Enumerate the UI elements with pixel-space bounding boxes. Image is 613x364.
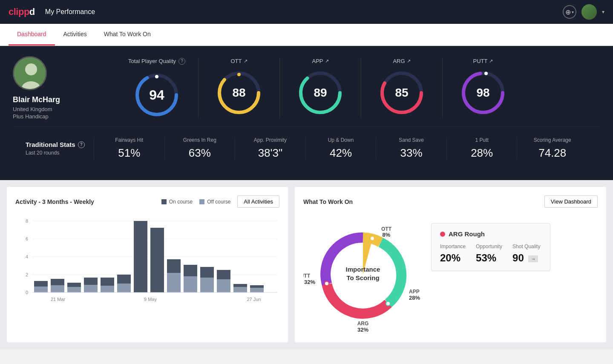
- stats-banner: Blair McHarg United Kingdom Plus Handica…: [0, 46, 613, 180]
- metric-card-cols: Importance 20% Opportunity 53% Shot Qual…: [440, 244, 541, 264]
- all-activities-button[interactable]: All Activities: [237, 195, 279, 208]
- avatar-dropdown-icon[interactable]: ▾: [602, 9, 604, 15]
- legend-on-course: On course: [161, 199, 193, 205]
- greens-value: 63%: [172, 146, 228, 160]
- legend-off-course: Off course: [199, 199, 230, 205]
- svg-point-11: [338, 94, 341, 97]
- shot-quality-badge: →: [528, 255, 538, 262]
- view-dashboard-button[interactable]: View Dashboard: [544, 195, 598, 208]
- updown-label: Up & Down: [313, 137, 369, 143]
- tab-activities[interactable]: Activities: [55, 24, 95, 46]
- sandsave-value: 33%: [383, 146, 440, 160]
- chart-legend: On course Off course: [161, 199, 231, 205]
- what-to-work-on-panel: What To Work On View Dashboard: [295, 187, 606, 342]
- work-on-title: What To Work On: [303, 198, 353, 205]
- svg-text:32%: 32%: [304, 279, 315, 285]
- oneputt-label: 1 Putt: [454, 137, 510, 143]
- svg-rect-41: [150, 228, 164, 292]
- stat-fairways: Fairways Hit 51%: [94, 137, 164, 160]
- svg-text:ARG: ARG: [357, 321, 369, 327]
- arg-arrow: ↗: [407, 58, 411, 64]
- plus-icon: ⊕: [565, 8, 571, 16]
- work-on-content: Importance To Scoring OTT 8% APP 28%: [303, 215, 598, 334]
- ott-gauge: 88: [216, 69, 262, 116]
- tab-what-to-work-on[interactable]: What To Work On: [95, 24, 159, 46]
- svg-rect-28: [34, 287, 48, 292]
- svg-rect-39: [117, 275, 131, 284]
- arg-gauge: 85: [378, 69, 425, 116]
- metric-card-title: ARG Rough: [440, 230, 541, 238]
- off-course-dot: [199, 199, 204, 204]
- avatar-image: [14, 57, 47, 90]
- add-dropdown-icon: ▾: [572, 10, 574, 14]
- svg-rect-34: [84, 285, 98, 292]
- updown-value: 42%: [313, 146, 369, 160]
- svg-point-61: [370, 236, 374, 241]
- stat-sandsave: Sand Save 33%: [376, 137, 446, 160]
- total-quality-value: 94: [149, 87, 164, 103]
- user-avatar[interactable]: [581, 4, 597, 20]
- header-right: ⊕ ▾ ▾: [563, 4, 604, 20]
- svg-text:8: 8: [26, 218, 28, 224]
- ott-arrow: ↗: [244, 58, 248, 64]
- stat-scoring: Scoring Average 74.28: [517, 137, 587, 160]
- metric-putt: PUTT ↗ 98: [442, 58, 524, 118]
- ott-value: 88: [232, 86, 245, 100]
- svg-text:8%: 8%: [383, 232, 391, 238]
- svg-point-17: [484, 72, 488, 75]
- svg-text:9 May: 9 May: [144, 297, 157, 302]
- work-on-panel-header: What To Work On View Dashboard: [303, 195, 598, 208]
- metric-columns: OTT ↗ 88 APP: [198, 58, 600, 118]
- app-header: clippd My Performance ⊕ ▾ ▾: [0, 0, 613, 24]
- trad-stats-label: Traditional Stats ? Last 20 rounds: [26, 141, 94, 156]
- player-info: Blair McHarg United Kingdom Plus Handica…: [13, 56, 98, 120]
- svg-rect-33: [67, 283, 81, 287]
- on-course-dot: [161, 199, 167, 204]
- add-button[interactable]: ⊕ ▾: [563, 5, 576, 19]
- svg-text:2: 2: [26, 272, 28, 277]
- svg-rect-52: [250, 288, 264, 292]
- svg-rect-37: [101, 278, 114, 286]
- app-gauge: 89: [297, 69, 344, 116]
- svg-text:Importance: Importance: [346, 266, 380, 273]
- total-quality-gauge: 94: [133, 72, 180, 118]
- total-quality-label: Total Player Quality ?: [128, 58, 185, 65]
- player-handicap: Plus Handicap: [13, 113, 98, 120]
- arg-label: ARG ↗: [393, 58, 410, 64]
- activity-chart-svg: 8 6 4 2 0: [15, 215, 279, 308]
- metric-card-dot: [440, 232, 445, 237]
- importance-col: Importance 20%: [440, 244, 466, 264]
- putt-arrow: ↗: [489, 58, 493, 64]
- putt-value: 98: [476, 86, 489, 100]
- tab-dashboard[interactable]: Dashboard: [9, 24, 55, 46]
- svg-text:6: 6: [26, 236, 28, 241]
- svg-text:0: 0: [26, 290, 28, 295]
- info-icon[interactable]: ?: [178, 58, 185, 65]
- svg-rect-30: [51, 285, 64, 292]
- opportunity-value: 53%: [476, 252, 502, 264]
- metric-arg: ARG ↗ 85: [361, 58, 442, 118]
- shot-quality-col: Shot Quality 90 →: [512, 244, 540, 264]
- donut-svg: Importance To Scoring OTT 8% APP 28%: [303, 215, 423, 334]
- svg-rect-50: [233, 287, 247, 292]
- shot-quality-label: Shot Quality: [512, 244, 540, 249]
- svg-point-62: [386, 301, 390, 306]
- svg-text:32%: 32%: [357, 327, 368, 333]
- greens-label: Greens In Reg: [172, 137, 228, 143]
- svg-text:21 Mar: 21 Mar: [51, 297, 66, 302]
- svg-rect-29: [34, 281, 48, 287]
- traditional-stats: Traditional Stats ? Last 20 rounds Fairw…: [13, 126, 600, 170]
- metric-app: APP ↗ 89: [279, 58, 361, 118]
- proximity-value: 38'3": [242, 146, 299, 160]
- metric-ott: OTT ↗ 88: [198, 58, 279, 118]
- svg-text:28%: 28%: [409, 295, 420, 301]
- app-label: APP ↗: [312, 58, 328, 64]
- player-avatar: [13, 56, 47, 90]
- svg-rect-43: [167, 259, 181, 273]
- svg-text:To Scoring: To Scoring: [346, 274, 379, 281]
- arg-rough-card: ARG Rough Importance 20% Opportunity 53%…: [431, 223, 550, 271]
- svg-rect-44: [184, 276, 197, 292]
- svg-rect-40: [134, 221, 147, 292]
- trad-info-icon[interactable]: ?: [78, 141, 85, 148]
- scoring-label: Scoring Average: [524, 137, 581, 143]
